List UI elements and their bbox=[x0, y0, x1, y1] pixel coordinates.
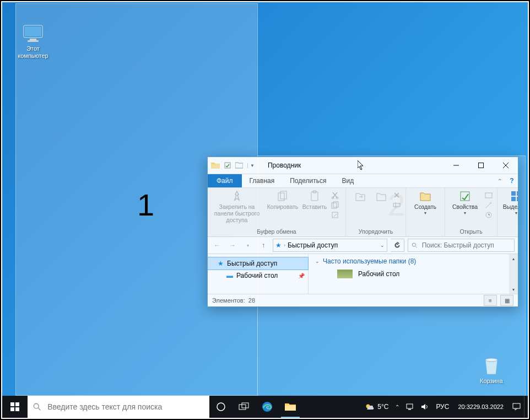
navigation-pane[interactable]: ★ Быстрый доступ ▬ Рабочий стол 📌 bbox=[208, 254, 309, 294]
pin-icon: 📌 bbox=[298, 273, 305, 279]
cortana-button[interactable] bbox=[209, 396, 232, 418]
svg-rect-8 bbox=[478, 163, 483, 168]
delete-icon[interactable] bbox=[393, 191, 401, 199]
svg-rect-26 bbox=[517, 191, 518, 196]
status-bar: Элементов: 28 ≡ ▦ bbox=[208, 294, 518, 306]
select-all-button[interactable]: Выделить ▼ bbox=[501, 189, 518, 217]
collapse-ribbon-button[interactable]: ⌃ bbox=[494, 174, 506, 187]
nav-desktop[interactable]: ▬ Рабочий стол 📌 bbox=[208, 270, 308, 282]
address-bar[interactable]: ★ › Быстрый доступ ⌄ bbox=[273, 239, 387, 252]
refresh-button[interactable] bbox=[391, 239, 404, 252]
svg-rect-33 bbox=[10, 407, 14, 411]
start-button[interactable] bbox=[2, 396, 28, 418]
system-tray: 5°C ⌃ РУС 20:32 29.03.2022 bbox=[361, 396, 528, 418]
desktop-icon-recycle-bin[interactable]: Корзина bbox=[470, 356, 512, 385]
svg-rect-6 bbox=[225, 163, 230, 168]
weather-widget[interactable]: 5°C bbox=[361, 396, 392, 418]
items-count: 28 bbox=[248, 297, 255, 304]
maximize-button[interactable] bbox=[468, 157, 493, 174]
content-pane[interactable]: ⌄ Часто используемые папки (8) Рабочий с… bbox=[309, 254, 518, 294]
svg-rect-19 bbox=[332, 212, 338, 218]
svg-rect-23 bbox=[485, 193, 492, 198]
paste-button[interactable]: Вставить bbox=[302, 189, 327, 210]
svg-rect-5 bbox=[211, 164, 220, 169]
svg-rect-44 bbox=[408, 409, 411, 410]
history-icon[interactable] bbox=[485, 211, 493, 219]
taskbar-search[interactable] bbox=[28, 396, 209, 418]
copy-path-icon[interactable] bbox=[331, 201, 339, 209]
svg-rect-38 bbox=[239, 405, 246, 410]
svg-rect-41 bbox=[285, 406, 296, 411]
tab-view[interactable]: Вид bbox=[334, 174, 361, 187]
svg-line-30 bbox=[415, 246, 417, 248]
task-view-button[interactable] bbox=[232, 396, 256, 418]
star-icon: ★ bbox=[218, 260, 224, 267]
paste-shortcut-icon[interactable] bbox=[331, 211, 339, 219]
search-box[interactable] bbox=[408, 239, 515, 252]
breadcrumb[interactable]: Быстрый доступ bbox=[288, 241, 338, 249]
explorer-window[interactable]: ▼ Проводник Файл Главная Поделиться Вид … bbox=[207, 157, 518, 307]
new-folder-button[interactable]: Создать ▼ bbox=[410, 189, 441, 217]
svg-point-37 bbox=[217, 403, 225, 411]
desktop[interactable]: 1 2 Этот компьютер Корзина ▼ Проводник bbox=[2, 2, 528, 418]
forward-button[interactable]: → bbox=[226, 239, 239, 251]
tray-language[interactable]: РУС bbox=[432, 396, 452, 418]
show-desktop-button[interactable] bbox=[524, 396, 528, 418]
rename-icon[interactable] bbox=[393, 201, 401, 209]
nav-quick-access[interactable]: ★ Быстрый доступ bbox=[208, 257, 308, 270]
tray-chevron[interactable]: ⌃ bbox=[392, 396, 403, 418]
pin-to-quick-access-button[interactable]: Закрепить на панели быстрого доступа bbox=[211, 189, 263, 223]
close-button[interactable] bbox=[493, 157, 518, 174]
svg-rect-31 bbox=[10, 402, 14, 406]
svg-point-29 bbox=[412, 243, 415, 246]
search-input[interactable] bbox=[421, 241, 511, 250]
organize-group-label: Упорядочить bbox=[349, 228, 402, 235]
this-pc-icon bbox=[21, 23, 45, 44]
qat-dropdown-icon[interactable]: ▼ bbox=[247, 163, 255, 168]
folder-desktop[interactable]: Рабочий стол bbox=[337, 270, 511, 278]
copy-button[interactable]: Копировать bbox=[267, 189, 298, 210]
copy-to-button[interactable] bbox=[374, 189, 388, 203]
details-view-button[interactable]: ≡ bbox=[484, 295, 497, 306]
volume-icon bbox=[421, 403, 429, 411]
svg-rect-20 bbox=[393, 203, 400, 207]
up-button[interactable]: ↑ bbox=[257, 239, 269, 251]
taskbar-explorer[interactable] bbox=[279, 396, 302, 418]
back-button[interactable]: ← bbox=[211, 239, 223, 251]
icons-view-button[interactable]: ▦ bbox=[500, 295, 513, 306]
qat-properties-icon[interactable] bbox=[224, 162, 231, 169]
help-button[interactable]: ? bbox=[506, 174, 518, 187]
tab-file[interactable]: Файл bbox=[208, 174, 242, 187]
svg-rect-45 bbox=[513, 403, 520, 408]
tray-volume[interactable] bbox=[418, 396, 432, 418]
ribbon: Закрепить на панели быстрого доступа Коп… bbox=[208, 188, 518, 237]
properties-button[interactable]: Свойства ▼ bbox=[450, 189, 480, 217]
minimize-button[interactable] bbox=[444, 157, 468, 174]
taskbar-search-input[interactable] bbox=[46, 402, 209, 412]
titlebar[interactable]: ▼ Проводник bbox=[208, 157, 518, 174]
frequent-folders-header[interactable]: ⌄ Часто используемые папки (8) bbox=[315, 257, 511, 265]
tab-home[interactable]: Главная bbox=[242, 174, 283, 187]
tray-network[interactable] bbox=[403, 396, 418, 418]
qat-new-folder-icon[interactable] bbox=[235, 162, 243, 169]
taskbar-edge[interactable] bbox=[256, 396, 279, 418]
desktop-icon: ▬ bbox=[226, 272, 233, 279]
svg-rect-27 bbox=[511, 197, 516, 201]
edit-icon[interactable] bbox=[485, 201, 493, 209]
scroll-up-button[interactable]: ▴ bbox=[509, 254, 518, 263]
tab-share[interactable]: Поделиться bbox=[282, 174, 334, 187]
move-to-button[interactable] bbox=[351, 189, 370, 203]
tray-clock[interactable]: 20:32 29.03.2022 bbox=[452, 396, 509, 418]
cut-icon[interactable] bbox=[331, 191, 339, 199]
search-icon bbox=[412, 242, 418, 249]
recent-locations-button[interactable]: ▾ bbox=[242, 239, 254, 251]
svg-rect-32 bbox=[15, 402, 19, 406]
action-center-button[interactable] bbox=[509, 396, 524, 418]
svg-point-35 bbox=[34, 403, 39, 408]
desktop-folder-icon bbox=[337, 270, 353, 278]
open-icon[interactable] bbox=[485, 191, 493, 199]
scroll-down-button[interactable]: ▾ bbox=[509, 285, 518, 294]
vertical-scrollbar[interactable]: ▴ ▾ bbox=[509, 254, 518, 294]
desktop-icon-this-pc[interactable]: Этот компьютер bbox=[12, 23, 54, 60]
address-dropdown-icon[interactable]: ⌄ bbox=[380, 243, 385, 248]
